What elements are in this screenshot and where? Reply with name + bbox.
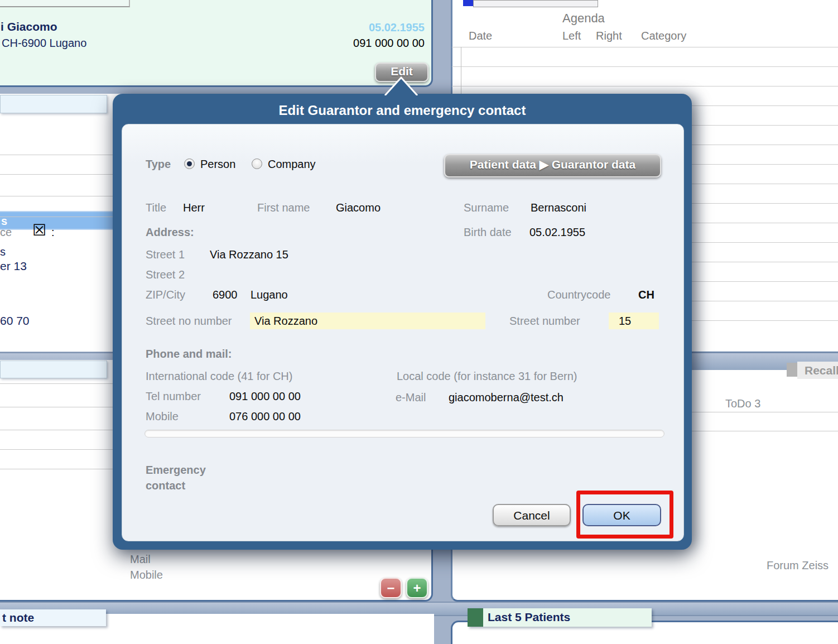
last-5-patients-label: Last 5 Patients [488, 611, 570, 624]
countrycode-label: Countrycode [547, 289, 610, 301]
left-list-header [0, 95, 107, 113]
callout-arrow-icon [384, 76, 418, 95]
mail-label: Mail [130, 553, 151, 566]
checked-checkbox-icon[interactable]: ☒ [32, 221, 46, 239]
last-5-patients-header[interactable]: Last 5 Patients [468, 608, 652, 627]
mobile-label: Mobile [130, 569, 163, 581]
partial-text-2: er 13 [0, 259, 27, 273]
agenda-title: Agenda [562, 11, 605, 26]
tel-number-field[interactable]: 091 000 00 00 [229, 390, 301, 403]
patient-summary-panel: i Giacomo CH-6900 Lugano 05.02.1955 091 … [0, 0, 433, 87]
type-label: Type [146, 158, 171, 171]
reference-colon: : [51, 226, 55, 239]
add-button[interactable]: + [406, 578, 428, 598]
dialog-body: Type Person Company Patient data ▶ Guara… [122, 124, 684, 541]
cancel-button[interactable]: Cancel [493, 504, 571, 526]
street-no-number-field[interactable]: Via Rozzano [250, 313, 485, 329]
email-field[interactable]: giacomoberna@test.ch [449, 391, 564, 404]
street2-label: Street 2 [146, 268, 185, 281]
toolbar-remnant[interactable] [473, 0, 598, 7]
green-square-icon [468, 608, 483, 627]
radio-company[interactable] [252, 158, 262, 169]
patient-name: i Giacomo [1, 20, 57, 33]
left-lower-header [0, 361, 107, 378]
zip-city-label: ZIP/City [146, 289, 185, 301]
street-no-number-label: Street no number [146, 315, 232, 328]
agenda-col-left: Left [562, 30, 581, 42]
countrycode-field[interactable]: CH [638, 289, 654, 301]
radio-person-label[interactable]: Person [200, 158, 235, 171]
scroll-track[interactable] [145, 430, 664, 438]
street1-label: Street 1 [146, 248, 185, 261]
reference-label: ce [0, 226, 12, 239]
radio-person[interactable] [184, 158, 195, 169]
city-field[interactable]: Lugano [251, 289, 288, 301]
mobile-number-field[interactable]: 076 000 00 00 [229, 410, 301, 423]
local-code-label: Local code (for instance 31 for Bern) [397, 370, 577, 383]
recalls-tab[interactable]: Recalls [797, 362, 838, 379]
intl-code-label: International code (41 for CH) [146, 370, 292, 383]
surname-label: Surname [464, 201, 509, 214]
patient-note-header[interactable]: t note [0, 609, 106, 626]
todo-label[interactable]: ToDo 3 [725, 397, 760, 410]
dialog-title: Edit Guarantor and emergency contact [113, 103, 692, 118]
radio-person-dot [187, 161, 192, 166]
partial-text-1: s [0, 246, 6, 258]
agenda-col-date: Date [469, 30, 492, 42]
mobile-number-label: Mobile [146, 410, 179, 423]
patient-phone: 091 000 00 00 [353, 37, 425, 50]
surname-field[interactable]: Bernasconi [531, 201, 586, 214]
application-window: i Giacomo CH-6900 Lugano 05.02.1955 091 … [0, 0, 838, 644]
partial-text-3: 60 70 [0, 314, 30, 328]
street-number-label: Street number [509, 315, 580, 328]
recalls-tab-icon [787, 363, 797, 377]
zip-field[interactable]: 6900 [213, 289, 238, 301]
birth-date-label: Birth date [464, 226, 512, 239]
copy-patient-data-button[interactable]: Patient data ▶ Guarantor data [444, 154, 661, 177]
emergency-label-line1: Emergency [146, 464, 206, 477]
forum-label[interactable]: Forum Zeiss [767, 559, 829, 572]
phone-mail-section-label: Phone and mail: [146, 348, 232, 361]
ok-button[interactable]: OK [582, 504, 661, 526]
agenda-col-category: Category [641, 30, 686, 42]
radio-company-label[interactable]: Company [268, 158, 316, 171]
title-label: Title [146, 201, 166, 214]
first-name-label: First name [257, 201, 310, 214]
title-field[interactable]: Herr [183, 201, 205, 214]
blue-marker-icon [463, 0, 473, 6]
birth-date-field[interactable]: 05.02.1955 [529, 226, 585, 239]
email-label: e-Mail [396, 391, 426, 404]
edit-guarantor-dialog: Edit Guarantor and emergency contact Typ… [113, 94, 692, 550]
emergency-label-line2: contact [146, 479, 185, 492]
first-name-field[interactable]: Giacomo [336, 201, 381, 214]
patient-tab-remnant[interactable] [0, 0, 130, 7]
street-number-field[interactable]: 15 [609, 313, 659, 329]
patient-city: CH-6900 Lugano [2, 37, 86, 50]
street1-field[interactable]: Via Rozzano 15 [210, 248, 288, 261]
remove-button[interactable]: − [380, 578, 402, 598]
tel-number-label: Tel number [146, 390, 201, 403]
patient-birth-date: 05.02.1955 [369, 21, 425, 34]
agenda-col-right: Right [596, 30, 622, 42]
address-section-label: Address: [146, 226, 194, 239]
